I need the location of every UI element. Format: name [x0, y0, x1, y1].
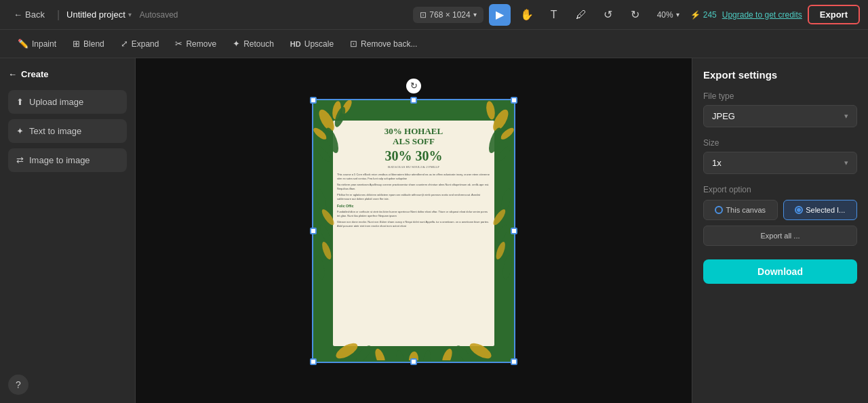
retouch-icon: ✦ [233, 39, 240, 49]
export-all-option[interactable]: Export all ... [703, 226, 857, 246]
help-button[interactable]: ? [8, 375, 28, 395]
zoom-button[interactable]: 40% ▾ [652, 7, 685, 22]
credits-icon: ⚡ [690, 10, 701, 20]
handle-bottom-center[interactable] [410, 358, 417, 365]
poster: 30% HOHAELALS SOFF 30% 30% BATACEAS HU S… [313, 100, 514, 362]
inpaint-label: Inpaint [32, 39, 56, 49]
handle-top-center[interactable] [410, 97, 417, 104]
inpaint-icon: ✏️ [18, 39, 28, 49]
svg-point-9 [499, 125, 514, 141]
handle-bottom-left[interactable] [310, 358, 317, 365]
handle-middle-right[interactable] [511, 228, 517, 234]
image-to-image-button[interactable]: ⇄ Image to image [8, 148, 127, 172]
retouch-tool[interactable]: ✦ Retouch [226, 35, 281, 52]
canvas-size-text: 768 × 1024 [429, 10, 470, 20]
svg-point-19 [422, 349, 432, 360]
svg-point-13 [373, 347, 387, 360]
export-options-row2: Export all ... [703, 226, 857, 246]
upgrade-link[interactable]: Upgrade to get credits [722, 10, 802, 20]
canvas-image[interactable]: 30% HOHAELALS SOFF 30% 30% BATACEAS HU S… [312, 99, 515, 363]
blend-icon: ⊞ [73, 39, 80, 49]
zoom-value: 40% [657, 10, 673, 20]
retouch-label: Retouch [243, 39, 274, 49]
panel-title: Export settings [703, 69, 857, 81]
remove-background-tool[interactable]: ⊡ Remove back... [343, 35, 424, 52]
svg-point-8 [485, 100, 496, 120]
credits-area: ⚡ 245 Upgrade to get credits [690, 10, 802, 20]
undo-icon: ↺ [604, 8, 612, 21]
hd-upscale-tool[interactable]: HD Upscale [283, 36, 340, 52]
blend-tool[interactable]: ⊞ Blend [66, 35, 111, 52]
poster-inner: 30% HOHAELALS SOFF 30% 30% BATACEAS HU S… [333, 121, 494, 346]
remove-icon: ✂ [175, 39, 182, 49]
size-section: Size 1x ▾ [703, 138, 857, 174]
sidebar-header: ← Create [8, 66, 127, 82]
export-button[interactable]: Export [808, 5, 860, 24]
file-type-section: File type JPEG ▾ [703, 91, 857, 127]
redo-icon: ↻ [631, 8, 639, 21]
svg-point-23 [314, 255, 326, 280]
hand-tool-button[interactable]: ✋ [516, 4, 538, 26]
file-type-value: JPEG [712, 111, 735, 121]
back-button[interactable]: ← Back [8, 7, 50, 22]
this-canvas-radio [715, 206, 723, 214]
svg-point-28 [501, 255, 513, 280]
text-to-image-icon: ✦ [16, 126, 24, 136]
expand-icon: ⤢ [121, 39, 128, 49]
svg-point-3 [340, 100, 353, 116]
handle-top-right[interactable] [511, 97, 517, 104]
redo-button[interactable]: ↻ [625, 4, 646, 26]
undo-button[interactable]: ↺ [597, 4, 619, 26]
size-dropdown[interactable]: 1x ▾ [703, 152, 857, 174]
export-options-row1: This canvas Selected I... [703, 200, 857, 220]
pen-icon: 🖊 [576, 9, 587, 21]
export-all-label: Export all ... [760, 232, 800, 240]
separator: | [57, 9, 60, 21]
project-title[interactable]: Untitled project ▾ [66, 9, 132, 20]
expand-tool[interactable]: ⤢ Expand [114, 35, 166, 52]
chevron-down-icon: ▾ [128, 11, 132, 18]
canvas-area[interactable]: ↻ [136, 58, 692, 403]
remove-label: Remove [186, 39, 216, 49]
main-area: ← Create ⬆ Upload image ✦ Text to image … [0, 58, 868, 403]
rotate-handle[interactable]: ↻ [406, 79, 421, 93]
svg-point-2 [313, 125, 328, 141]
file-type-dropdown[interactable]: JPEG ▾ [703, 105, 857, 127]
handle-top-left[interactable] [310, 97, 317, 104]
selected-image-option[interactable]: Selected I... [783, 200, 858, 220]
svg-point-15 [440, 347, 454, 360]
size-dropdown-arrow-icon: ▾ [844, 158, 848, 167]
credits-value: 245 [703, 10, 717, 20]
upload-icon: ⬆ [16, 97, 24, 107]
this-canvas-option[interactable]: This canvas [703, 200, 778, 220]
sidebar-bottom: ? [8, 375, 127, 395]
upload-image-button[interactable]: ⬆ Upload image [8, 90, 127, 114]
download-button[interactable]: Download [703, 259, 857, 284]
export-option-section: Export option This canvas Selected I... … [703, 185, 857, 246]
select-tool-button[interactable]: ▶ [489, 4, 511, 26]
remove-tool[interactable]: ✂ Remove [168, 35, 223, 52]
svg-point-26 [499, 188, 513, 213]
blend-label: Blend [83, 39, 104, 49]
dropdown-arrow-icon: ▾ [844, 112, 848, 121]
cursor-icon: ▶ [496, 8, 504, 21]
canvas-size-button[interactable]: ⊡ 768 × 1024 ▾ [413, 7, 483, 23]
svg-point-18 [395, 349, 405, 360]
svg-point-25 [320, 240, 333, 260]
text-to-image-button[interactable]: ✦ Text to image [8, 119, 127, 143]
text-tool-button[interactable]: T [543, 4, 565, 26]
topbar: ← Back | Untitled project ▾ Autosaved ⊡ … [0, 0, 868, 30]
handle-bottom-right[interactable] [511, 358, 517, 365]
handle-middle-left[interactable] [310, 228, 317, 234]
pen-tool-button[interactable]: 🖊 [570, 4, 592, 26]
create-label: Create [21, 69, 48, 79]
chevron-down-icon: ▾ [473, 11, 477, 18]
text-icon: T [551, 9, 557, 21]
selected-image-radio [795, 206, 803, 214]
size-value: 1x [712, 158, 722, 168]
inpaint-tool[interactable]: ✏️ Inpaint [11, 35, 63, 52]
image-to-image-label: Image to image [29, 155, 90, 165]
create-icon: ← [8, 69, 17, 79]
remove-background-label: Remove back... [361, 39, 417, 49]
svg-point-27 [495, 223, 509, 244]
